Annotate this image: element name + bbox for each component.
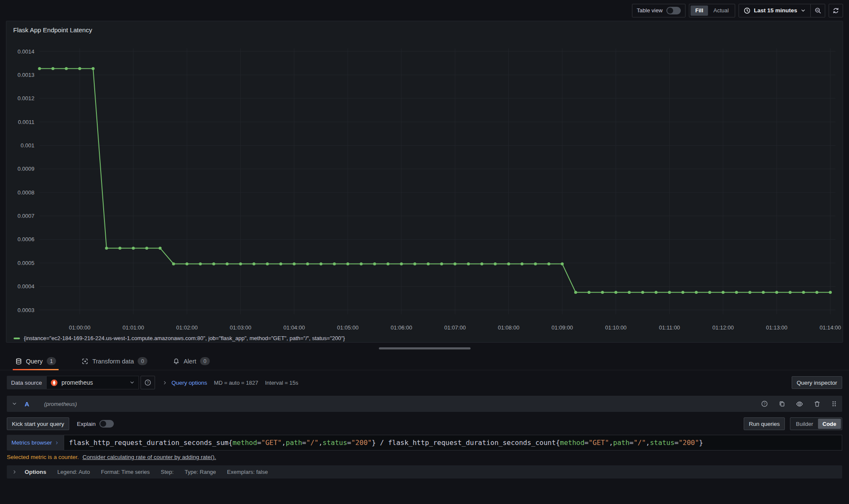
tab-query-badge: 1 <box>47 357 56 365</box>
legend-series-marker <box>14 338 20 339</box>
max-data-points-info: MD = auto = 1827 <box>214 380 258 386</box>
expression-row: Metrics browser flask_http_request_durat… <box>7 435 842 451</box>
editor-mode-group: Builder Code <box>790 417 842 430</box>
builder-mode-button[interactable]: Builder <box>791 419 818 429</box>
svg-text:?: ? <box>764 402 766 406</box>
panel-editor-topbar: Table view Fill Actual Last 15 minutes <box>0 0 849 21</box>
svg-text:0.0013: 0.0013 <box>17 72 34 78</box>
legend-series-label[interactable]: {instance="ec2-184-169-216-224.us-west-1… <box>24 335 345 341</box>
svg-text:0.0008: 0.0008 <box>17 189 34 196</box>
svg-text:01:12:00: 01:12:00 <box>712 324 734 331</box>
drag-handle-icon[interactable] <box>831 400 837 407</box>
query-row-actions: ? <box>761 400 837 408</box>
svg-text:0.0004: 0.0004 <box>17 283 34 290</box>
delete-query-trash-icon[interactable] <box>814 400 821 407</box>
zoom-out-icon <box>815 7 821 14</box>
tab-query[interactable]: Query 1 <box>13 352 59 370</box>
explain-toggle[interactable] <box>99 420 114 428</box>
svg-text:0.0009: 0.0009 <box>17 166 34 172</box>
promql-expression-input[interactable]: flask_http_request_duration_seconds_sum{… <box>64 435 842 451</box>
svg-text:01:01:00: 01:01:00 <box>123 324 144 331</box>
datasource-help-button[interactable]: ? <box>141 376 155 389</box>
query-options-summary[interactable]: Options Legend: Auto Format: Time series… <box>7 465 842 479</box>
tab-query-label: Query <box>26 358 43 365</box>
tab-transform-data[interactable]: Transform data 0 <box>79 352 150 370</box>
query-datasource-hint: (prometheus) <box>44 401 77 407</box>
editor-tabs: Query 1 Transform data 0 Alert 0 <box>0 352 849 370</box>
hide-query-eye-icon[interactable] <box>796 400 803 408</box>
svg-text:01:06:00: 01:06:00 <box>391 324 412 331</box>
svg-text:0.001: 0.001 <box>20 142 34 149</box>
kick-start-query-button[interactable]: Kick start your query <box>7 417 69 430</box>
table-view-toggle[interactable] <box>666 7 681 14</box>
refresh-button[interactable] <box>829 4 843 17</box>
tab-alert-label: Alert <box>183 358 196 365</box>
tab-transform-label: Transform data <box>92 358 134 365</box>
refresh-icon <box>832 7 839 14</box>
explain-control: Explain <box>77 420 114 428</box>
transform-icon <box>82 358 88 365</box>
options-title: Options <box>25 469 46 475</box>
datasource-value: prometheus <box>62 379 126 386</box>
chevron-down-icon <box>801 8 806 13</box>
query-row-header[interactable]: A (prometheus) ? <box>7 396 842 412</box>
datasource-field-label: Data source <box>7 376 46 389</box>
query-options-toggle[interactable]: Query options <box>163 380 207 386</box>
table-view-label: Table view <box>637 7 663 14</box>
panel-resize-handle[interactable] <box>379 347 471 349</box>
add-rate-link[interactable]: Consider calculating rate of counter by … <box>82 454 216 460</box>
zoom-out-button[interactable] <box>811 4 825 17</box>
duplicate-query-icon[interactable] <box>778 400 785 407</box>
svg-text:01:10:00: 01:10:00 <box>605 324 627 331</box>
tab-alert-badge: 0 <box>200 357 210 365</box>
svg-text:01:11:00: 01:11:00 <box>659 324 680 331</box>
svg-text:01:04:00: 01:04:00 <box>283 324 305 331</box>
query-inspector-button[interactable]: Query inspector <box>792 376 842 389</box>
latency-chart-svg[interactable]: 01:00:0001:01:0001:02:0001:03:0001:04:00… <box>6 38 843 333</box>
actual-button[interactable]: Actual <box>709 6 733 16</box>
chart-legend: {instance="ec2-184-169-216-224.us-west-1… <box>6 333 843 343</box>
option-step: Step: <box>161 469 174 475</box>
option-type: Type: Range <box>185 469 216 475</box>
panel-title: Flask App Endpoint Latency <box>6 21 843 38</box>
svg-text:01:03:00: 01:03:00 <box>230 324 251 331</box>
interval-info: Interval = 15s <box>265 380 298 386</box>
query-editor-section: A (prometheus) ? Kick start your query E… <box>7 396 842 479</box>
svg-text:01:14:00: 01:14:00 <box>820 324 841 331</box>
svg-text:0.0014: 0.0014 <box>17 48 34 55</box>
time-range-picker[interactable]: Last 15 minutes <box>739 4 811 17</box>
svg-text:01:02:00: 01:02:00 <box>176 324 198 331</box>
toggle-knob <box>100 421 106 427</box>
code-mode-button[interactable]: Code <box>818 419 841 429</box>
svg-text:0.0003: 0.0003 <box>17 307 34 313</box>
counter-warning: Selected metric is a counter. Consider c… <box>7 454 842 460</box>
svg-text:0.0011: 0.0011 <box>18 119 34 125</box>
query-ref-id: A <box>25 400 29 408</box>
tab-alert[interactable]: Alert 0 <box>170 352 212 370</box>
latency-panel: Flask App Endpoint Latency 01:00:0001:01… <box>6 21 843 343</box>
chevron-down-icon[interactable] <box>12 401 17 406</box>
chevron-right-icon <box>55 441 59 445</box>
table-view-control: Table view <box>632 4 685 17</box>
tab-transform-badge: 0 <box>138 357 147 365</box>
clock-icon <box>744 7 750 14</box>
svg-text:0.0007: 0.0007 <box>17 213 34 219</box>
active-tab-underline <box>13 369 59 370</box>
svg-text:0.0005: 0.0005 <box>17 260 34 266</box>
help-circle-icon: ? <box>144 379 151 386</box>
svg-text:01:05:00: 01:05:00 <box>337 324 359 331</box>
option-format: Format: Time series <box>101 469 150 475</box>
bell-icon <box>173 358 180 365</box>
help-circle-icon[interactable]: ? <box>761 400 768 407</box>
metrics-browser-toggle[interactable]: Metrics browser <box>7 435 64 451</box>
datasource-picker[interactable]: prometheus <box>46 376 139 389</box>
option-exemplars: Exemplars: false <box>227 469 268 475</box>
fill-button[interactable]: Fill <box>691 6 708 16</box>
database-icon <box>15 358 22 365</box>
run-queries-button[interactable]: Run queries <box>744 417 785 430</box>
explain-label: Explain <box>77 421 96 427</box>
toggle-knob <box>667 8 673 14</box>
svg-text:01:00:00: 01:00:00 <box>69 324 90 331</box>
svg-text:01:13:00: 01:13:00 <box>766 324 787 331</box>
time-controls: Last 15 minutes <box>739 4 825 17</box>
